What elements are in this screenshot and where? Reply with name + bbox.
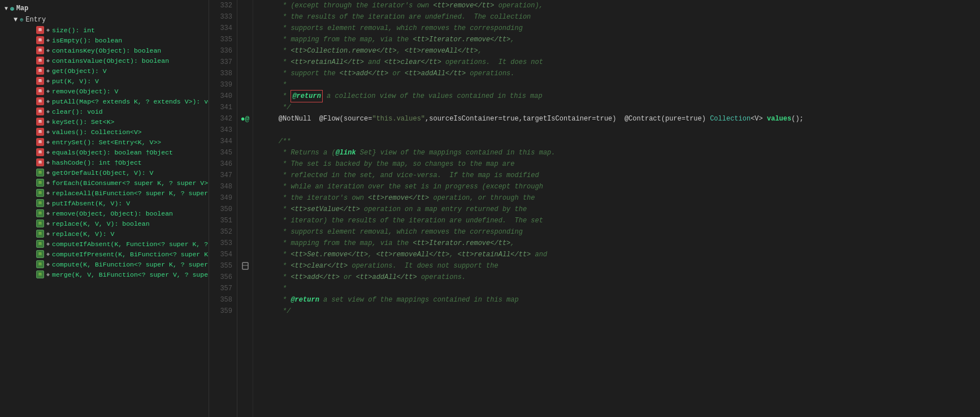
- method-label: replace(K, V): V: [52, 230, 114, 238]
- method-label: containsValue(Object): boolean: [52, 57, 169, 65]
- method-values[interactable]: m ◆ values(): Collection<V>: [18, 127, 209, 137]
- method-remove[interactable]: m ◆ remove(Object): V: [18, 86, 209, 96]
- gutter-348: [237, 181, 253, 192]
- line-341: */: [253, 102, 980, 113]
- line-351: * iterator) the results of the iteration…: [253, 215, 980, 226]
- method-computeifpresent[interactable]: m ◆ computeIfPresent(K, BiFunction<? sup…: [18, 249, 209, 259]
- dot: ◆: [46, 139, 50, 145]
- line-358: * @return a set view of the mappings con…: [253, 294, 980, 306]
- line-352: * supports element removal, which remove…: [253, 226, 980, 238]
- method-get[interactable]: m ◆ get(Object): V: [18, 66, 209, 76]
- dot: ◆: [46, 240, 50, 247]
- method-hashcode[interactable]: m ◆ hashCode(): int †Object: [18, 157, 209, 167]
- badge-m: m: [36, 270, 44, 278]
- badge-m: m: [36, 67, 44, 75]
- method-label: put(K, V): V: [52, 78, 99, 85]
- line-349: * the iterator's own <tt>remove</tt> ope…: [253, 192, 980, 204]
- dot: ◆: [46, 57, 50, 64]
- gutter-342: ●@: [237, 113, 253, 124]
- svg-rect-0: [242, 263, 248, 269]
- dot: ◆: [46, 230, 50, 237]
- method-getordefault[interactable]: m ◆ getOrDefault(Object, V): V: [18, 167, 209, 178]
- tree-root-map[interactable]: ▼ ⊛ Map: [0, 2, 209, 15]
- line-344: /**: [253, 136, 980, 147]
- method-label: remove(Object): V: [52, 88, 118, 95]
- badge-m: m: [36, 97, 44, 105]
- code-area[interactable]: 332 333 334 335 336 337 338 339 340 341 …: [209, 0, 980, 417]
- badge-m: m: [36, 36, 44, 44]
- method-foreach[interactable]: m ◆ forEach(BiConsumer<? super K, ? supe…: [18, 178, 209, 188]
- method-containskey[interactable]: m ◆ containsKey(Object): boolean: [18, 45, 209, 55]
- line-346: * The set is backed by the map, so chang…: [253, 158, 980, 170]
- tree-group: ▼ ⊕ Entry m ◆ size(): int m ◆ isEmpty():…: [0, 15, 209, 280]
- badge-m: m: [36, 148, 44, 156]
- line-354: * <tt>Set.remove</tt>, <tt>removeAll</tt…: [253, 249, 980, 260]
- method-equals[interactable]: m ◆ equals(Object): boolean †Object: [18, 147, 209, 157]
- gutter-343: [237, 124, 253, 136]
- method-label: forEach(BiConsumer<? super K, ? super V>…: [52, 179, 209, 187]
- method-containsvalue[interactable]: m ◆ containsValue(Object): boolean: [18, 55, 209, 66]
- entry-label: Entry: [25, 16, 46, 24]
- line-343: [253, 124, 980, 136]
- method-replaceall[interactable]: m ◆ replaceAll(BiFunction<? super K, ? s…: [18, 188, 209, 198]
- gutter-338: [237, 68, 253, 79]
- method-replace3[interactable]: m ◆ replace(K, V, V): boolean: [18, 218, 209, 229]
- gutter-339: [237, 79, 253, 91]
- line-340: * @return a collection view of the value…: [253, 91, 980, 102]
- method-label: containsKey(Object): boolean: [52, 47, 161, 54]
- gutter-352: [237, 226, 253, 238]
- badge-m: m: [36, 57, 44, 65]
- badge-m: m: [36, 250, 44, 258]
- badge-m: m: [36, 240, 44, 248]
- method-label: clear(): void: [52, 108, 103, 115]
- method-label: entrySet(): Set<Entry<K, V>>: [52, 139, 161, 146]
- methods-list: m ◆ size(): int m ◆ isEmpty(): boolean m…: [9, 25, 209, 280]
- dot: ◆: [46, 118, 50, 125]
- method-compute[interactable]: m ◆ compute(K, BiFunction<? super K, ? s…: [18, 259, 209, 269]
- method-size[interactable]: m ◆ size(): int: [18, 25, 209, 35]
- badge-m: m: [36, 260, 44, 268]
- tree-entry-group[interactable]: ▼ ⊕ Entry: [9, 15, 209, 25]
- badge-m: m: [36, 158, 44, 166]
- gutter-355: [237, 260, 253, 272]
- dot: ◆: [46, 27, 50, 33]
- method-label: keySet(): Set<K>: [52, 118, 114, 126]
- line-333: * the results of the iteration are undef…: [253, 11, 980, 23]
- method-replace2[interactable]: m ◆ replace(K, V): V: [18, 229, 209, 239]
- dot: ◆: [46, 88, 50, 94]
- gutter-346: [237, 158, 253, 170]
- method-label: get(Object): V: [52, 67, 107, 75]
- method-put[interactable]: m ◆ put(K, V): V: [18, 76, 209, 86]
- dot: ◆: [46, 220, 50, 227]
- method-label: replaceAll(BiFunction<? super K, ? super…: [52, 190, 209, 197]
- method-label: putAll(Map<? extends K, ? extends V>): v…: [52, 98, 209, 105]
- entry-arrow: ▼: [14, 16, 18, 24]
- line-347: * reflected in the set, and vice-versa. …: [253, 170, 980, 181]
- line-359: */: [253, 306, 980, 317]
- sidebar[interactable]: ▼ ⊛ Map ▼ ⊕ Entry m ◆ size(): int m ◆ is…: [0, 0, 209, 417]
- method-label: getOrDefault(Object, V): V: [52, 169, 153, 177]
- method-label: equals(Object): boolean †Object: [52, 149, 173, 156]
- badge-m: m: [36, 220, 44, 227]
- badge-m: m: [36, 138, 44, 146]
- gutter-340: [237, 91, 253, 102]
- line-357: *: [253, 283, 980, 294]
- method-putall[interactable]: m ◆ putAll(Map<? extends K, ? extends V>…: [18, 96, 209, 106]
- method-computeifabsent[interactable]: m ◆ computeIfAbsent(K, Function<? super …: [18, 239, 209, 249]
- method-entryset[interactable]: m ◆ entrySet(): Set<Entry<K, V>>: [18, 137, 209, 147]
- method-keyset[interactable]: m ◆ keySet(): Set<K>: [18, 117, 209, 127]
- method-merge[interactable]: m ◆ merge(K, V, BiFunction<? super V, ? …: [18, 269, 209, 280]
- method-putifabsent[interactable]: m ◆ putIfAbsent(K, V): V: [18, 198, 209, 208]
- map-icon: ⊛: [10, 5, 14, 12]
- dot: ◆: [46, 98, 50, 105]
- method-label: replace(K, V, V): boolean: [52, 220, 150, 227]
- method-clear[interactable]: m ◆ clear(): void: [18, 106, 209, 117]
- line-338: * support the <tt>add</tt> or <tt>addAll…: [253, 68, 980, 79]
- dot: ◆: [46, 37, 50, 44]
- method-remove2[interactable]: m ◆ remove(Object, Object): boolean: [18, 208, 209, 218]
- badge-m: m: [36, 77, 44, 85]
- method-isempty[interactable]: m ◆ isEmpty(): boolean: [18, 35, 209, 45]
- gutter-351: [237, 215, 253, 226]
- badge-m: m: [36, 46, 44, 54]
- badge-m: m: [36, 118, 44, 126]
